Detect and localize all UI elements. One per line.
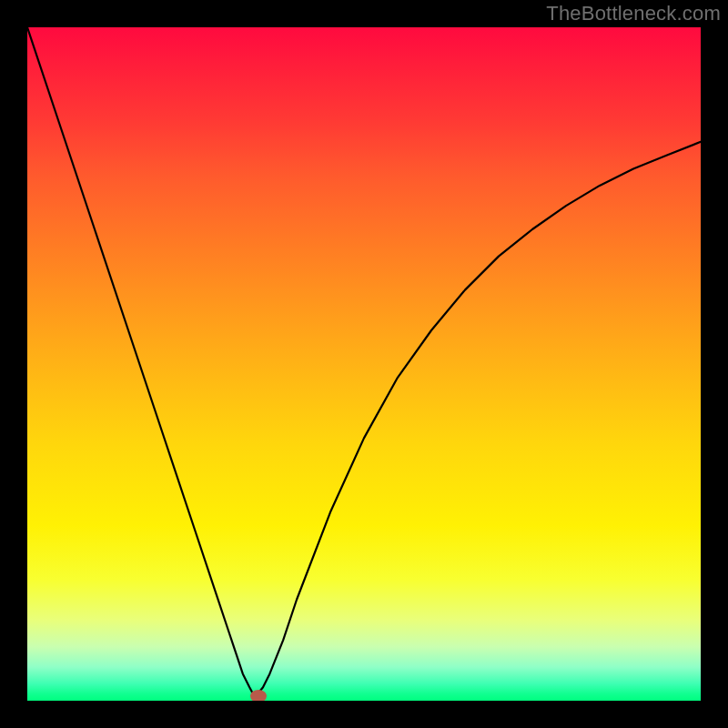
plot-area bbox=[27, 27, 701, 701]
optimal-marker bbox=[250, 690, 267, 701]
attribution-label: TheBottleneck.com bbox=[546, 2, 721, 25]
chart-frame: TheBottleneck.com bbox=[0, 0, 728, 728]
bottleneck-curve bbox=[27, 27, 701, 701]
